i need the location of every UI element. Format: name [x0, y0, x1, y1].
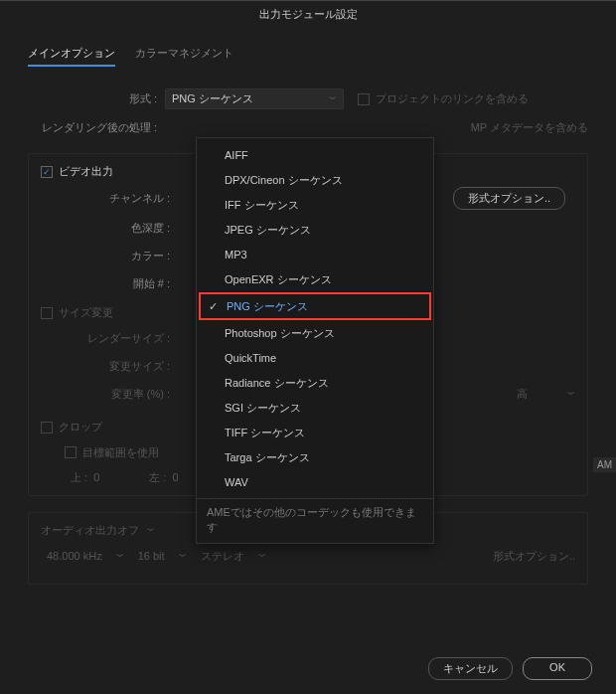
tabs: メインオプション カラーマネジメント	[28, 46, 588, 67]
channel-label: チャンネル :	[41, 191, 170, 206]
cancel-button[interactable]: キャンセル	[428, 657, 513, 680]
format-options-button[interactable]: 形式オプション..	[453, 187, 565, 210]
rendersize-label: レンダーサイズ :	[41, 331, 170, 346]
startnum-label: 開始 # :	[41, 276, 170, 291]
format-option[interactable]: SGI シーケンス	[199, 396, 431, 420]
chevron-down-icon: ﹀	[116, 551, 124, 562]
tab-main[interactable]: メインオプション	[28, 46, 115, 67]
include-meta-label: MP メタデータを含める	[471, 120, 588, 135]
dropdown-footer: AMEではその他のコーデックも使用できます	[197, 498, 433, 539]
format-dropdown: AIFFDPX/Cineon シーケンスIFF シーケンスJPEG シーケンスM…	[196, 137, 434, 544]
crop-label: クロップ	[59, 420, 102, 434]
chevron-down-icon: ﹀	[567, 389, 575, 400]
video-out-checkbox[interactable]: ✓	[41, 166, 53, 178]
post-render-label: レンダリング後の処理 :	[28, 120, 157, 135]
chevron-down-icon: ﹀	[329, 93, 337, 104]
format-select-value: PNG シーケンス	[172, 91, 253, 106]
crop-top-label: 上 :	[71, 471, 87, 483]
audio-off-label: オーディオ出力オフ	[41, 523, 139, 538]
chevron-down-icon: ﹀	[147, 525, 155, 536]
changeratio-label: 変更率 (%) :	[41, 387, 170, 402]
crop-checkbox[interactable]	[41, 422, 53, 434]
video-out-label: ビデオ出力	[59, 164, 113, 179]
format-option[interactable]: PNG シーケンス	[199, 292, 431, 320]
quality-value: 高	[517, 387, 528, 402]
audio-freq: 48.000 kHz	[47, 550, 102, 562]
format-label: 形式 :	[28, 91, 157, 106]
window-title: 出力モジュール設定	[0, 0, 616, 28]
tab-color[interactable]: カラーマネジメント	[135, 46, 233, 67]
format-option[interactable]: IFF シーケンス	[199, 193, 431, 217]
format-option[interactable]: OpenEXR シーケンス	[199, 267, 431, 291]
format-option[interactable]: MP3	[199, 243, 431, 266]
audio-stereo: ステレオ	[201, 549, 244, 564]
audio-format-options: 形式オプション..	[493, 549, 575, 564]
include-link-label: プロジェクトのリンクを含める	[376, 91, 529, 106]
format-option[interactable]: Radiance シーケンス	[199, 371, 431, 395]
format-option[interactable]: DPX/Cineon シーケンス	[199, 168, 431, 192]
ok-button[interactable]: OK	[523, 657, 592, 680]
audio-bits: 16 bit	[138, 550, 165, 562]
target-range-label: 目標範囲を使用	[82, 445, 159, 460]
format-option[interactable]: JPEG シーケンス	[199, 218, 431, 242]
changesize-label: 変更サイズ :	[41, 359, 170, 374]
format-option[interactable]: QuickTime	[199, 346, 431, 370]
format-option[interactable]: Targa シーケンス	[199, 445, 431, 469]
chevron-down-icon: ﹀	[179, 551, 187, 562]
crop-left-label: 左 :	[149, 471, 166, 483]
format-option[interactable]: TIFF シーケンス	[199, 421, 431, 444]
depth-label: 色深度 :	[41, 221, 170, 236]
am-tag: AM	[593, 457, 616, 472]
resize-label: サイズ変更	[59, 305, 113, 320]
format-option[interactable]: WAV	[199, 470, 431, 494]
color-label: カラー :	[41, 249, 170, 263]
resize-checkbox[interactable]	[41, 307, 53, 319]
format-option[interactable]: AIFF	[199, 143, 431, 167]
format-option[interactable]: Photoshop シーケンス	[199, 321, 431, 345]
target-range-checkbox[interactable]	[65, 446, 77, 458]
format-select[interactable]: PNG シーケンス ﹀	[165, 88, 344, 109]
chevron-down-icon: ﹀	[258, 551, 266, 562]
include-link-checkbox[interactable]	[358, 93, 370, 105]
